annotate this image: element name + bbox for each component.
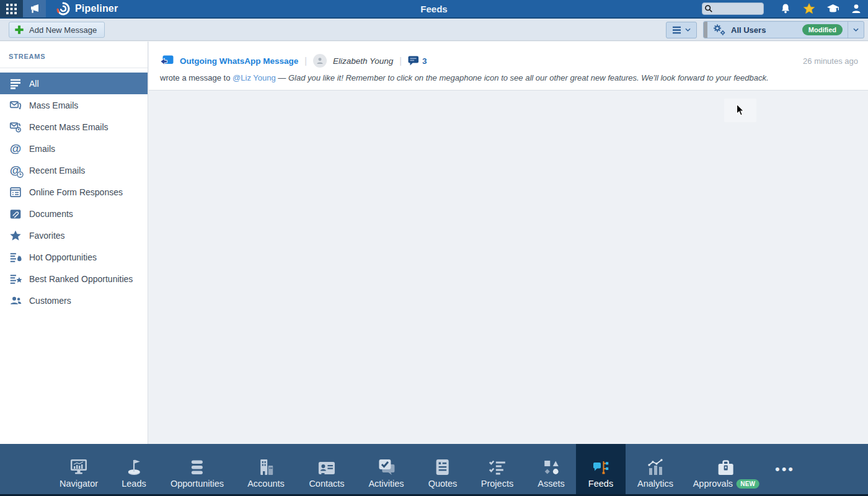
learning-button[interactable] <box>821 0 844 17</box>
nav-label: Contacts <box>309 479 344 489</box>
notifications-button[interactable] <box>774 0 797 17</box>
nav-item-opportunities[interactable]: Opportunities <box>170 444 224 494</box>
star-icon <box>803 2 815 15</box>
feed-entry-header: Outgoing WhatsApp Message | Elizabeth Yo… <box>160 54 858 68</box>
add-new-message-label: Add New Message <box>29 25 97 35</box>
sidebar-item-online-form-responses[interactable]: Online Form Responses <box>0 181 148 203</box>
nav-label: Opportunities <box>170 479 224 489</box>
at-clock-icon: @ <box>9 164 22 177</box>
nav-item-feeds[interactable]: Feeds <box>576 444 626 494</box>
sidebar-item-label: Recent Emails <box>29 166 85 175</box>
nav-label: Approvals <box>693 479 733 489</box>
list-flame-icon <box>9 250 22 264</box>
id-card-icon <box>317 456 335 476</box>
streams-sidebar: STREAMS All Mass Emails <box>0 42 148 444</box>
monitor-chart-icon <box>69 456 88 476</box>
shapes-icon <box>542 456 560 476</box>
bottom-nav-bar: Navigator Leads Opportuni <box>0 444 868 496</box>
drag-handle[interactable] <box>704 22 707 38</box>
nav-label: Analytics <box>637 479 673 489</box>
nav-item-projects[interactable]: Projects <box>481 444 513 494</box>
comment-count: 3 <box>422 56 427 66</box>
nav-item-assets[interactable]: Assets <box>538 444 565 494</box>
nav-item-leads[interactable]: Leads <box>122 444 146 494</box>
app-grid-button[interactable] <box>0 0 23 17</box>
comments[interactable]: 3 <box>408 56 427 66</box>
user-filter-selector[interactable]: All Users Modified <box>703 21 864 38</box>
brand[interactable]: Pipeliner <box>56 1 118 16</box>
sidebar-item-label: Documents <box>29 209 73 219</box>
avatar <box>313 54 327 68</box>
bar-chart-icon <box>647 456 664 476</box>
topbar-actions <box>702 0 868 17</box>
sidebar-item-best-ranked-opportunities[interactable]: Best Ranked Opportunities <box>0 268 148 290</box>
ellipsis-icon: ••• <box>775 466 795 472</box>
divider <box>0 68 148 68</box>
sidebar-item-label: Best Ranked Opportunities <box>29 274 133 284</box>
sidebar-item-recent-emails[interactable]: @ Recent Emails <box>0 159 148 181</box>
app-grid-icon <box>6 4 17 14</box>
sidebar-item-label: Hot Opportunities <box>29 252 97 262</box>
mass-email-clock-icon <box>9 120 22 134</box>
nav-item-contacts[interactable]: Contacts <box>309 444 344 494</box>
sidebar-item-hot-opportunities[interactable]: Hot Opportunities <box>0 246 148 268</box>
modified-badge: Modified <box>802 24 843 35</box>
sidebar-item-documents[interactable]: Documents <box>0 203 148 224</box>
form-icon <box>9 185 22 199</box>
list-icon <box>9 77 22 91</box>
nav-item-navigator[interactable]: Navigator <box>60 444 98 494</box>
briefcase-icon <box>717 456 735 476</box>
nav-item-accounts[interactable]: Accounts <box>247 444 285 494</box>
toolbar: Add New Message <box>0 19 868 41</box>
megaphone-icon <box>29 4 40 14</box>
profile-button[interactable] <box>844 0 868 17</box>
sidebar-item-favorites[interactable]: Favorites <box>0 224 148 246</box>
app-window: Pipeliner Feeds <box>0 0 868 496</box>
view-menu-button[interactable] <box>666 22 697 38</box>
mouse-cursor <box>735 104 745 117</box>
streams-header: STREAMS <box>0 42 148 68</box>
feed-timestamp: 26 minutes ago <box>803 56 858 66</box>
sidebar-item-all[interactable]: All <box>0 73 148 94</box>
nav-label: Navigator <box>60 479 98 489</box>
sidebar-item-mass-emails[interactable]: Mass Emails <box>0 94 148 116</box>
mass-email-icon <box>9 99 22 112</box>
nav-item-approvals[interactable]: Approvals NEW <box>693 444 760 494</box>
hamburger-icon <box>672 26 681 34</box>
nav-label: Feeds <box>588 479 613 489</box>
sidebar-item-label: Online Form Responses <box>29 187 123 197</box>
bell-icon <box>780 3 791 14</box>
user-filter-dropdown[interactable] <box>848 22 864 38</box>
nav-item-activities[interactable]: Activities <box>368 444 404 494</box>
flag-icon <box>125 456 143 476</box>
nav-item-analytics[interactable]: Analytics <box>637 444 673 494</box>
nav-more-button[interactable]: ••• <box>775 444 795 494</box>
graduation-cap-icon <box>826 4 839 14</box>
feed-body-prefix: wrote a message to <box>160 73 230 82</box>
user-icon <box>851 3 862 14</box>
feed-entry[interactable]: Outgoing WhatsApp Message | Elizabeth Yo… <box>149 42 868 91</box>
search <box>702 2 764 15</box>
feed-content: Outgoing WhatsApp Message | Elizabeth Yo… <box>149 42 868 444</box>
chevron-down-icon <box>685 28 691 32</box>
pipeline-bars-icon <box>188 456 206 476</box>
nav-item-quotes[interactable]: Quotes <box>428 444 458 494</box>
sidebar-item-recent-mass-emails[interactable]: Recent Mass Emails <box>0 116 148 138</box>
feed-author[interactable]: Elizabeth Young <box>333 56 393 66</box>
nav-label: Leads <box>122 479 146 489</box>
feed-type-link[interactable]: Outgoing WhatsApp Message <box>180 56 298 66</box>
add-new-message-button[interactable]: Add New Message <box>9 22 105 38</box>
sidebar-item-label: All <box>29 79 39 89</box>
plus-icon <box>14 25 24 35</box>
nav-label: Projects <box>481 479 513 489</box>
user-icon <box>316 56 324 65</box>
announcements-button[interactable] <box>23 0 46 17</box>
outgoing-message-icon <box>160 55 174 67</box>
sidebar-item-customers[interactable]: Customers <box>0 290 148 311</box>
brand-name: Pipeliner <box>75 3 118 14</box>
sidebar-item-emails[interactable]: @ Emails <box>0 138 148 159</box>
chevron-down-icon <box>853 28 859 32</box>
divider: | <box>304 56 307 66</box>
mention-link[interactable]: @Liz Young <box>232 73 276 82</box>
favorites-button[interactable] <box>797 0 821 17</box>
